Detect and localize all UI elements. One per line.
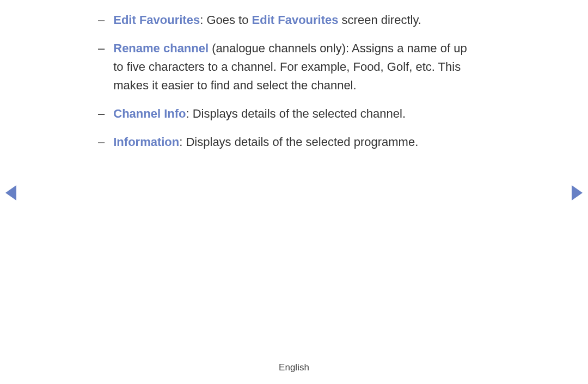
bullet-dash-icon: –: [98, 11, 105, 29]
post-inline-text: screen directly.: [338, 13, 421, 27]
term-edit-favourites: Edit Favourites: [113, 13, 200, 27]
description: Displays details of the selected channel…: [193, 107, 406, 120]
list-item: – Edit Favourites: Goes to Edit Favourit…: [98, 11, 474, 29]
item-text: Information: Displays details of the sel…: [113, 133, 474, 151]
separator: :: [200, 13, 206, 27]
footer-language: English: [0, 362, 588, 373]
term-information: Information: [113, 135, 179, 149]
list-item: – Information: Displays details of the s…: [98, 133, 474, 151]
term-rename-channel: Rename channel: [113, 41, 209, 55]
list-item: – Channel Info: Displays details of the …: [98, 105, 474, 123]
separator: :: [179, 135, 186, 149]
bullet-dash-icon: –: [98, 133, 105, 151]
bullet-dash-icon: –: [98, 105, 105, 123]
list-item: – Rename channel (analogue channels only…: [98, 39, 474, 95]
separator: :: [186, 107, 192, 120]
next-page-arrow-icon[interactable]: [572, 185, 583, 200]
item-text: Channel Info: Displays details of the se…: [113, 105, 474, 123]
item-text: Edit Favourites: Goes to Edit Favourites…: [113, 11, 474, 29]
item-text: Rename channel (analogue channels only):…: [113, 39, 474, 95]
description: Displays details of the selected program…: [186, 135, 418, 149]
bullet-dash-icon: –: [98, 39, 105, 58]
content-area: – Edit Favourites: Goes to Edit Favourit…: [0, 0, 517, 152]
pre-inline-text: Goes to: [206, 13, 252, 27]
previous-page-arrow-icon[interactable]: [5, 185, 16, 200]
term-channel-info: Channel Info: [113, 107, 186, 120]
inline-term-edit-favourites: Edit Favourites: [252, 13, 339, 27]
